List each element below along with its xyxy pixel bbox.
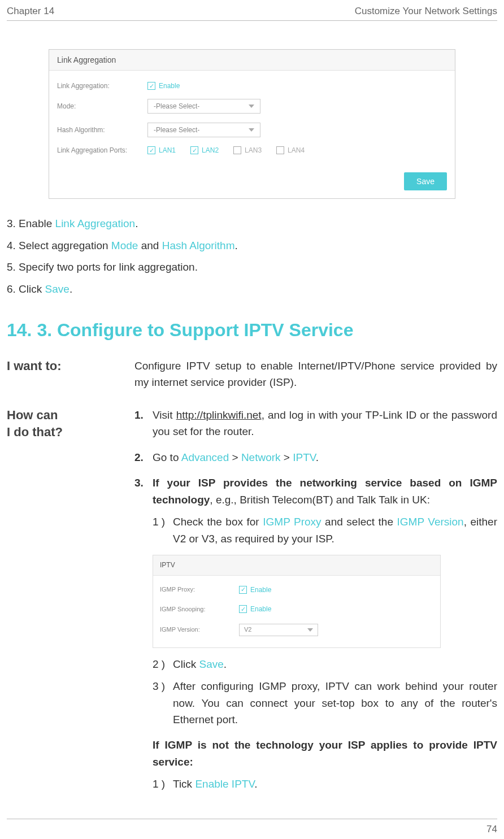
chapter-label: Chapter 14 xyxy=(7,6,54,17)
checkbox-lan4[interactable]: ✓ LAN4 xyxy=(276,146,305,154)
select-value: -Please Select- xyxy=(154,102,199,110)
page-footer: 74 xyxy=(7,819,497,839)
check-icon: ✓ xyxy=(147,146,155,154)
row-ports: Link Aggregation Ports: ✓ LAN1 ✓ LAN2 ✓ … xyxy=(57,142,447,159)
substep-3: 3 ) After configuring IGMP proxy, IPTV c… xyxy=(153,678,497,728)
checkbox-label: Enable xyxy=(250,585,271,595)
keyword-mode: Mode xyxy=(111,240,138,251)
howto-step-3: If your ISP provides the networking serv… xyxy=(134,475,497,793)
checkbox-label: LAN2 xyxy=(202,146,219,154)
label-hash: Hash Algorithm: xyxy=(57,126,147,134)
checkbox-igmp-proxy[interactable]: ✓ Enable xyxy=(239,585,271,595)
select-value: -Please Select- xyxy=(154,126,199,134)
select-mode[interactable]: -Please Select- xyxy=(147,99,260,114)
substep-1: 1 ) Check the box for IGMP Proxy and sel… xyxy=(153,514,497,547)
checkbox-label: LAN4 xyxy=(288,146,305,154)
label-igmp-snooping: IGMP Snooping: xyxy=(160,605,239,614)
keyword-network: Network xyxy=(241,451,281,463)
keyword-save: Save xyxy=(199,658,223,670)
checkbox-label: Enable xyxy=(159,82,180,90)
label-igmp-proxy: IGMP Proxy: xyxy=(160,585,239,594)
panel-title: Link Aggregation xyxy=(49,50,455,71)
row-igmp-snooping: IGMP Snooping: ✓ Enable xyxy=(160,599,433,619)
check-icon: ✓ xyxy=(239,586,247,594)
iptv-panel-title: IPTV xyxy=(153,555,440,576)
row-igmp-version: IGMP Version: V2 xyxy=(160,619,433,641)
row-igmp-proxy: IGMP Proxy: ✓ Enable xyxy=(160,580,433,600)
checkbox-lan2[interactable]: ✓ LAN2 xyxy=(190,146,219,154)
row-hash: Hash Algorithm: -Please Select- xyxy=(57,118,447,142)
check-icon: ✓ xyxy=(147,82,155,90)
step-3: 3. Enable Link Aggregation. xyxy=(7,216,497,232)
chevron-down-icon xyxy=(307,628,313,632)
i-want-to-label: I want to: xyxy=(7,358,114,391)
keyword-igmp-version: IGMP Version xyxy=(397,516,464,528)
section-heading: 14. 3. Configure to Support IPTV Service xyxy=(7,320,497,341)
alt-intro: If IGMP is not the technology your ISP a… xyxy=(153,737,497,770)
select-value: V2 xyxy=(244,625,251,634)
checkbox-label: LAN1 xyxy=(159,146,176,154)
page-number: 74 xyxy=(486,824,497,835)
keyword-igmp-proxy: IGMP Proxy xyxy=(263,516,321,528)
step-4: 4. Select aggregation Mode and Hash Algo… xyxy=(7,238,497,254)
row-mode: Mode: -Please Select- xyxy=(57,94,447,118)
select-igmp-version[interactable]: V2 xyxy=(239,624,318,636)
keyword-iptv: IPTV xyxy=(293,451,316,463)
check-icon: ✓ xyxy=(276,146,284,154)
select-hash-algorithm[interactable]: -Please Select- xyxy=(147,123,260,137)
keyword-save: Save xyxy=(45,283,69,295)
keyword-enable-iptv: Enable IPTV xyxy=(195,778,254,790)
keyword-link-aggregation: Link Aggregation xyxy=(55,218,136,229)
chevron-down-icon xyxy=(249,128,254,132)
step-6: 6. Click Save. xyxy=(7,281,497,298)
checkbox-lan1[interactable]: ✓ LAN1 xyxy=(147,146,176,154)
label-ports: Link Aggregation Ports: xyxy=(57,146,147,154)
iptv-panel: IPTV IGMP Proxy: ✓ Enable IGMP Snooping: xyxy=(153,555,441,648)
checkbox-igmp-snooping[interactable]: ✓ Enable xyxy=(239,604,271,615)
link-aggregation-panel: Link Aggregation Link Aggregation: ✓ Ena… xyxy=(49,49,455,199)
checkbox-lan3[interactable]: ✓ LAN3 xyxy=(233,146,262,154)
row-link-aggregation: Link Aggregation: ✓ Enable xyxy=(57,77,447,94)
step-5: 5. Specify two ports for link aggregatio… xyxy=(7,259,497,276)
howto-step-2: Go to Advanced > Network > IPTV. xyxy=(134,449,497,466)
tplink-url: http://tplinkwifi.net xyxy=(176,409,262,421)
howto-step-1: Visit http://tplinkwifi.net, and log in … xyxy=(134,407,497,440)
page-header: Chapter 14 Customize Your Network Settin… xyxy=(7,0,497,21)
check-icon: ✓ xyxy=(239,605,247,613)
checkbox-label: LAN3 xyxy=(245,146,262,154)
keyword-hash-algorithm: Hash Algorithm xyxy=(162,240,235,251)
label-mode: Mode: xyxy=(57,102,147,110)
check-icon: ✓ xyxy=(233,146,241,154)
checkbox-enable-link-aggregation[interactable]: ✓ Enable xyxy=(147,82,180,90)
label-igmp-version: IGMP Version: xyxy=(160,625,239,634)
check-icon: ✓ xyxy=(190,146,198,154)
save-button[interactable]: Save xyxy=(404,172,447,190)
label-link-aggregation: Link Aggregation: xyxy=(57,82,147,90)
checkbox-label: Enable xyxy=(250,604,271,615)
section-label: Customize Your Network Settings xyxy=(355,6,497,17)
alt-substep-1: 1 ) Tick Enable IPTV. xyxy=(153,776,497,792)
how-can-label: How can I do that? xyxy=(7,407,114,802)
substep-2: 2 ) Click Save. xyxy=(153,656,497,672)
keyword-advanced: Advanced xyxy=(181,451,229,463)
chevron-down-icon xyxy=(249,105,254,108)
i-want-to-text: Configure IPTV setup to enable Internet/… xyxy=(134,358,497,391)
